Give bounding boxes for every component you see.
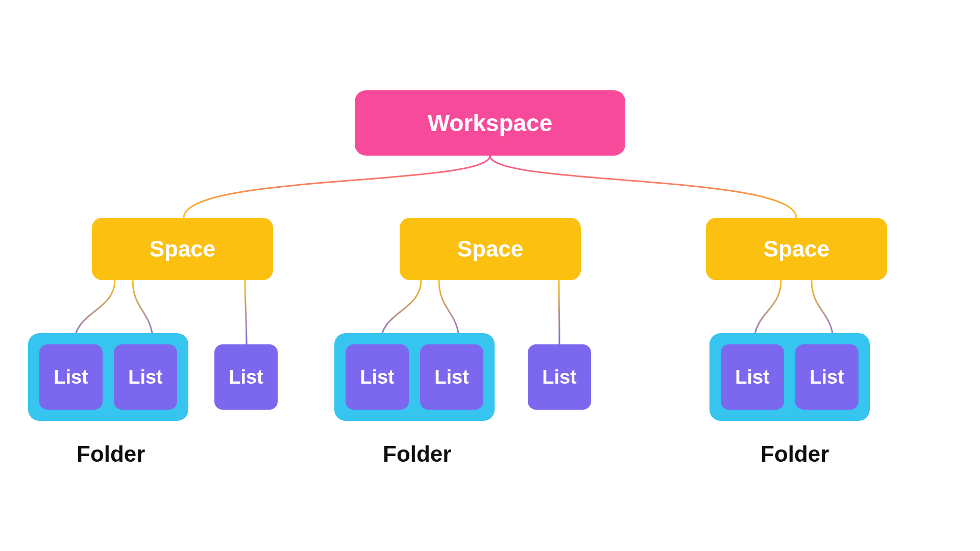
list-node: List <box>114 344 177 410</box>
list-label: List <box>128 366 163 388</box>
list-label: List <box>810 366 844 388</box>
folder-label: Folder <box>383 441 451 467</box>
list-node: List <box>420 344 483 410</box>
folder-node-1: List List <box>28 333 188 421</box>
list-node-loose: List <box>528 344 591 410</box>
list-node: List <box>721 344 784 410</box>
folder-node-2: List List <box>334 333 495 421</box>
folder-label: Folder <box>761 441 829 467</box>
list-label: List <box>360 366 395 388</box>
list-node: List <box>795 344 859 410</box>
folder-label: Folder <box>77 441 145 467</box>
space-label: Space <box>457 236 524 262</box>
space-label: Space <box>150 236 216 262</box>
list-label: List <box>434 366 469 388</box>
list-node-loose: List <box>214 344 278 410</box>
space-node-3: Space <box>706 218 887 280</box>
list-label: List <box>542 366 577 388</box>
workspace-node: Workspace <box>355 90 625 156</box>
space-node-1: Space <box>92 218 273 280</box>
space-node-2: Space <box>400 218 581 280</box>
list-node: List <box>346 344 409 410</box>
workspace-label: Workspace <box>428 109 553 137</box>
diagram-stage: Workspace Space Space Space List List Li… <box>0 0 980 551</box>
list-label: List <box>735 366 770 388</box>
list-node: List <box>39 344 103 410</box>
folder-node-3: List List <box>709 333 870 421</box>
space-label: Space <box>764 236 830 262</box>
list-label: List <box>229 366 263 388</box>
list-label: List <box>54 366 88 388</box>
